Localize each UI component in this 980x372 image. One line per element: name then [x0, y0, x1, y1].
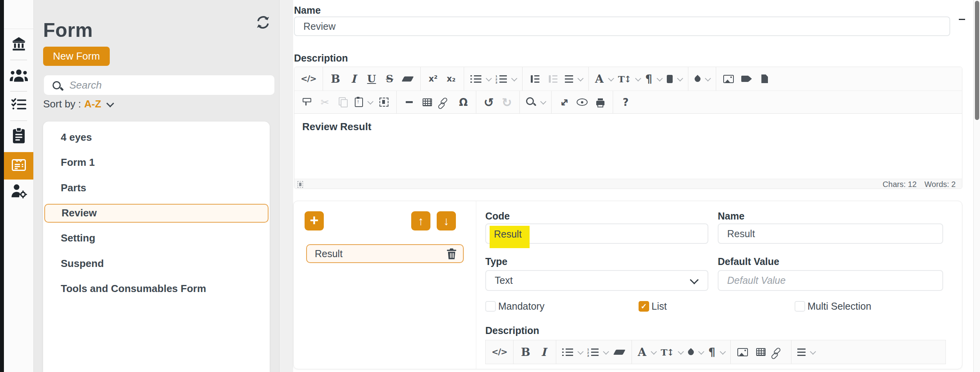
- form-list-item[interactable]: 4 eyes: [43, 125, 270, 150]
- highlight-color-icon[interactable]: [695, 71, 710, 87]
- indent-icon[interactable]: [529, 71, 541, 87]
- insert-image-icon[interactable]: [737, 344, 749, 360]
- paragraph-style-icon[interactable]: [667, 71, 682, 87]
- paint-format-icon[interactable]: [301, 94, 313, 111]
- print-icon[interactable]: [594, 94, 606, 111]
- form-list-item[interactable]: Form 1: [43, 150, 270, 176]
- editor-content-area[interactable]: Review Result: [294, 114, 962, 179]
- resize-grip-icon[interactable]: [298, 181, 303, 188]
- horizontal-rule-icon[interactable]: [403, 94, 416, 111]
- insert-image-icon[interactable]: [722, 71, 735, 87]
- redo-icon[interactable]: ↻: [501, 94, 513, 111]
- search-placeholder: Search: [69, 79, 102, 91]
- superscript-icon[interactable]: x²: [427, 71, 439, 87]
- cut-icon[interactable]: ✂: [319, 94, 331, 111]
- undo-icon[interactable]: ↺: [483, 94, 495, 111]
- sidebar-item-form[interactable]: [4, 152, 33, 180]
- ordered-list-icon[interactable]: [496, 71, 516, 87]
- chevron-down-icon: [608, 75, 614, 82]
- form-list-item[interactable]: Setting: [43, 226, 270, 251]
- bold-icon[interactable]: B: [519, 344, 532, 360]
- sidebar-item-clipboard[interactable]: [4, 127, 33, 146]
- strikethrough-icon[interactable]: S: [383, 71, 396, 87]
- find-replace-icon[interactable]: [526, 94, 545, 111]
- scrollbar-track[interactable]: [973, 0, 980, 372]
- editor-status-bar: Chars: 12 Words: 2: [294, 179, 962, 189]
- rich-text-editor: </>BIUSx²x₂AT↕¶ ✂Ω↺↻↔? Review Result Cha…: [294, 67, 962, 189]
- fullscreen-icon[interactable]: ↔: [558, 94, 570, 111]
- default-value-input[interactable]: Default Value: [718, 270, 943, 291]
- chevron-down-icon: [690, 276, 699, 285]
- form-list-item[interactable]: Suspend: [43, 251, 270, 276]
- font-size-icon[interactable]: T↕: [618, 71, 640, 87]
- italic-icon[interactable]: I: [537, 344, 550, 360]
- preview-eye-icon[interactable]: [576, 94, 588, 111]
- chevron-down-icon: [810, 348, 816, 355]
- insert-file-icon[interactable]: [759, 71, 771, 87]
- align-icon[interactable]: [797, 344, 815, 360]
- chevron-down-icon[interactable]: [106, 99, 114, 107]
- eraser-icon[interactable]: [613, 344, 626, 360]
- sidebar-item-checklist[interactable]: [4, 96, 33, 114]
- eraser-icon[interactable]: [401, 71, 414, 87]
- insert-link-icon[interactable]: [773, 344, 785, 360]
- chevron-down-icon: [720, 348, 726, 355]
- refresh-icon[interactable]: [256, 15, 270, 30]
- checkbox-mandatory[interactable]: Mandatory: [485, 301, 544, 312]
- collapse-dash[interactable]: [959, 19, 965, 20]
- move-up-button[interactable]: ↑: [411, 211, 430, 230]
- outdent-icon[interactable]: [547, 71, 559, 87]
- unordered-list-icon[interactable]: [562, 344, 582, 360]
- form-list-item[interactable]: Parts: [43, 175, 270, 201]
- unordered-list-icon[interactable]: [470, 71, 490, 87]
- search-icon: [53, 81, 61, 89]
- checkbox-checked-icon: ✓: [639, 301, 649, 312]
- highlight-color-icon[interactable]: [688, 344, 703, 360]
- font-color-icon[interactable]: A: [638, 344, 655, 360]
- name-input[interactable]: Review: [294, 16, 950, 36]
- subscript-icon[interactable]: x₂: [445, 71, 457, 87]
- font-color-icon[interactable]: A: [595, 71, 613, 87]
- copy-icon[interactable]: [337, 94, 349, 111]
- form-list-item[interactable]: Tools and Consumables Form: [43, 276, 270, 302]
- type-select[interactable]: Text: [485, 270, 708, 291]
- sidebar-item-bank[interactable]: [4, 36, 33, 53]
- special-characters-icon[interactable]: Ω: [457, 94, 470, 111]
- name-label: Name: [294, 5, 321, 16]
- field-list-item[interactable]: Result: [306, 244, 464, 263]
- sort-value[interactable]: A-Z: [84, 98, 101, 110]
- field-name-input[interactable]: Result: [718, 223, 943, 244]
- new-form-button[interactable]: New Form: [43, 47, 110, 66]
- insert-link-icon[interactable]: [439, 94, 452, 111]
- window-edge-strip: [0, 0, 4, 372]
- help-icon[interactable]: ?: [619, 94, 632, 111]
- italic-icon[interactable]: I: [347, 71, 360, 87]
- sidebar-divider: [10, 91, 27, 92]
- align-icon[interactable]: [565, 71, 582, 87]
- bold-icon[interactable]: B: [329, 71, 342, 87]
- trash-icon[interactable]: [446, 248, 457, 259]
- editor-text: Review Result: [302, 121, 371, 133]
- paragraph-format-icon[interactable]: ¶: [708, 344, 724, 360]
- add-field-button[interactable]: +: [305, 211, 324, 230]
- underline-icon[interactable]: U: [365, 71, 378, 87]
- sidebar-item-users[interactable]: [4, 67, 33, 85]
- paste-icon[interactable]: [355, 94, 372, 111]
- scrollbar-thumb[interactable]: [975, 1, 979, 120]
- panel-title: Form: [43, 19, 93, 42]
- insert-video-icon[interactable]: [740, 71, 753, 87]
- source-code-icon[interactable]: </>: [492, 344, 507, 360]
- move-down-button[interactable]: ↓: [437, 211, 456, 230]
- paragraph-format-icon[interactable]: ¶: [645, 71, 661, 87]
- insert-table-icon[interactable]: [421, 94, 434, 111]
- checkbox-list[interactable]: ✓List: [639, 301, 667, 312]
- sidebar-item-user-settings[interactable]: [4, 182, 33, 201]
- font-size-icon[interactable]: T↕: [661, 344, 682, 360]
- insert-table-icon[interactable]: [755, 344, 767, 360]
- search-input[interactable]: Search: [44, 75, 274, 95]
- ordered-list-icon[interactable]: [588, 344, 608, 360]
- checkbox-multi-selection[interactable]: Multi Selection: [795, 301, 871, 312]
- form-list-item[interactable]: Review: [44, 204, 269, 223]
- source-code-icon[interactable]: </>: [301, 71, 316, 87]
- select-all-icon[interactable]: [377, 94, 390, 111]
